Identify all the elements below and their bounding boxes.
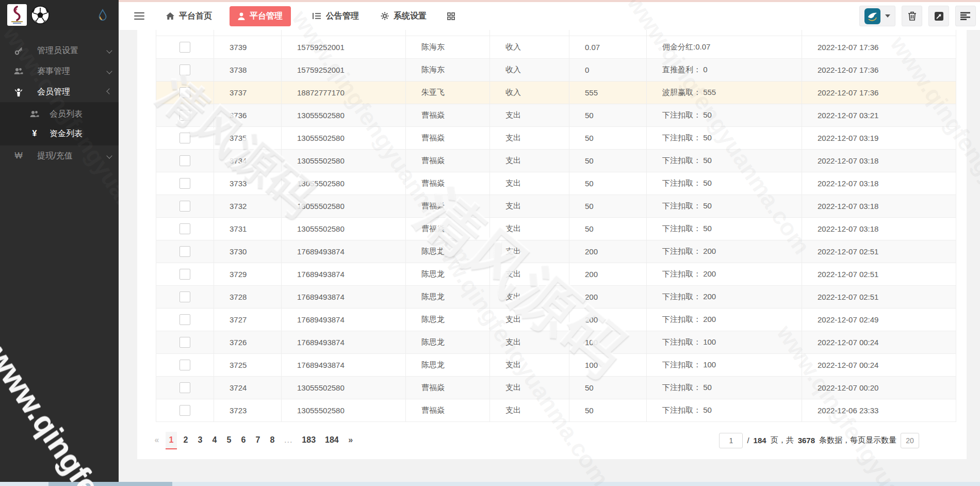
row-checkbox[interactable] [179, 314, 190, 325]
sidebar-item-funds-list[interactable]: ¥ 资金列表 [0, 124, 119, 143]
cell-phone: 13055502580 [282, 376, 406, 399]
row-checkbox[interactable] [179, 64, 190, 75]
table-row: 372717689493874陈思龙支出200下注扣取： 2002022-12-… [156, 308, 956, 331]
row-checkbox[interactable] [179, 405, 190, 416]
row-checkbox[interactable] [179, 133, 190, 143]
nav-tab-platform-home[interactable]: 平台首页 [166, 11, 212, 22]
table-row: 372917689493874陈思龙支出200下注扣取： 2002022-12-… [156, 263, 956, 285]
row-checkbox[interactable] [179, 223, 190, 234]
cell-phone: 13055502580 [282, 399, 406, 422]
row-checkbox[interactable] [179, 110, 190, 121]
water-drop-icon[interactable] [98, 9, 107, 21]
horizontal-scrollbar-thumb[interactable] [48, 482, 172, 486]
cell-phone: 13055502580 [282, 104, 406, 126]
sidebar-toggle-hamburger-icon[interactable] [134, 10, 144, 22]
row-checkbox[interactable] [179, 269, 190, 280]
row-checkbox[interactable] [179, 382, 190, 393]
cell-amount: 50 [569, 126, 647, 149]
cell-time: 2022-12-07 00:24 [802, 353, 956, 376]
cell-desc: 下注扣取： 50 [647, 172, 802, 195]
user-icon [238, 12, 245, 20]
nav-tab-system-settings[interactable]: 系统设置 [381, 11, 427, 22]
key-icon [12, 46, 25, 55]
cell-amount: 200 [569, 240, 647, 263]
cell-name: 曹福焱 [406, 399, 490, 422]
row-checkbox[interactable] [179, 246, 190, 257]
cell-type: 支出 [490, 217, 569, 240]
row-checkbox[interactable] [179, 337, 190, 348]
cell-name: 曹福焱 [406, 172, 490, 195]
pagination-page-6[interactable]: 6 [238, 431, 249, 449]
cell-checkbox [156, 353, 214, 376]
cell-type: 支出 [490, 195, 569, 217]
cell-id: 3731 [214, 217, 282, 240]
cell-type: 支出 [490, 331, 569, 353]
table-row: 373017689493874陈思龙支出200下注扣取： 2002022-12-… [156, 240, 956, 263]
trash-button[interactable] [902, 6, 922, 26]
sidebar-item-withdraw-recharge[interactable]: ₩ 提现/充值 [0, 145, 119, 166]
cell-phone: 17689493874 [282, 240, 406, 263]
table-body: 373915759252001陈海东收入0.07佣金分红:0.072022-12… [156, 30, 956, 422]
row-checkbox[interactable] [179, 360, 190, 370]
cell-name: 陈海东 [406, 58, 490, 81]
pagination-page-7[interactable]: 7 [252, 431, 264, 449]
cell-checkbox [156, 240, 214, 263]
pagination-page-4[interactable]: 4 [209, 431, 220, 449]
cell-id: 3739 [214, 36, 282, 58]
nav-tab-platform-management[interactable]: 平台管理 [230, 6, 291, 26]
cell-amount: 0.07 [569, 36, 647, 58]
cell-desc: 直推盈利： 0 [647, 58, 802, 81]
row-checkbox[interactable] [179, 87, 190, 98]
pagination-page-184[interactable]: 184 [322, 431, 342, 449]
pagination-prev[interactable]: « [151, 431, 162, 449]
cell-type: 支出 [490, 353, 569, 376]
sidebar-item-member-management[interactable]: 会员管理 [0, 82, 119, 102]
log-list-button[interactable] [955, 6, 976, 26]
row-checkbox[interactable] [179, 178, 190, 189]
row-checkbox[interactable] [179, 201, 190, 212]
apps-grid-icon[interactable] [447, 12, 455, 20]
pagination-page-5[interactable]: 5 [223, 431, 235, 449]
cell-amount: 50 [569, 399, 647, 422]
cell-name: 曹福焱 [406, 126, 490, 149]
cell-name: 曹福焱 [406, 149, 490, 172]
cell-amount: 100 [569, 353, 647, 376]
pagination-page-3[interactable]: 3 [194, 431, 206, 449]
row-checkbox[interactable] [179, 291, 190, 302]
navbar-right-tools [859, 6, 976, 26]
cell-checkbox [156, 36, 214, 58]
cell-type: 支出 [490, 308, 569, 331]
page-number-input[interactable] [719, 433, 743, 448]
pagination-page-1[interactable]: 1 [166, 432, 177, 449]
sidebar-item-match-management[interactable]: 赛事管理 [0, 61, 119, 82]
pagination-page-2[interactable]: 2 [180, 431, 191, 449]
gear-icon [381, 12, 389, 20]
summary-text-records: 条数据，每页显示数量 [819, 435, 896, 445]
nav-tab-announcement-management[interactable]: 公告管理 [313, 11, 359, 22]
cell-phone: 15759252001 [282, 58, 406, 81]
table-row: 372517689493874陈思龙支出100下注扣取： 1002022-12-… [156, 353, 956, 376]
total-records: 3678 [798, 436, 815, 445]
pagination-summary: / 184 页，共 3678 条数据，每页显示数量 [719, 433, 919, 448]
cell-type: 支出 [490, 263, 569, 285]
page-size-input[interactable] [901, 433, 919, 448]
cell-type: 支出 [490, 285, 569, 308]
row-checkbox[interactable] [179, 42, 190, 53]
cell-phone: 15759252001 [282, 36, 406, 58]
cell-phone: 17689493874 [282, 263, 406, 285]
compose-button[interactable] [928, 6, 949, 26]
table-row: 373413055502580曹福焱支出50下注扣取： 502022-12-07… [156, 149, 956, 172]
cell-id: 3737 [214, 81, 282, 104]
theme-logo-dropdown-button[interactable] [859, 6, 895, 26]
sidebar-item-member-list[interactable]: 会员列表 [0, 104, 119, 124]
cell-time: 2022-12-07 00:24 [802, 331, 956, 353]
cell-amount: 0 [569, 58, 647, 81]
pagination-next[interactable]: » [345, 431, 356, 449]
sidebar-item-admin-settings[interactable]: 管理员设置 [0, 40, 119, 61]
cell-name: 曹福焱 [406, 376, 490, 399]
horizontal-scrollbar[interactable] [0, 482, 980, 486]
pagination-page-183[interactable]: 183 [299, 431, 319, 449]
pagination-page-8[interactable]: 8 [267, 431, 278, 449]
cell-id: 3732 [214, 195, 282, 217]
row-checkbox[interactable] [179, 155, 190, 166]
